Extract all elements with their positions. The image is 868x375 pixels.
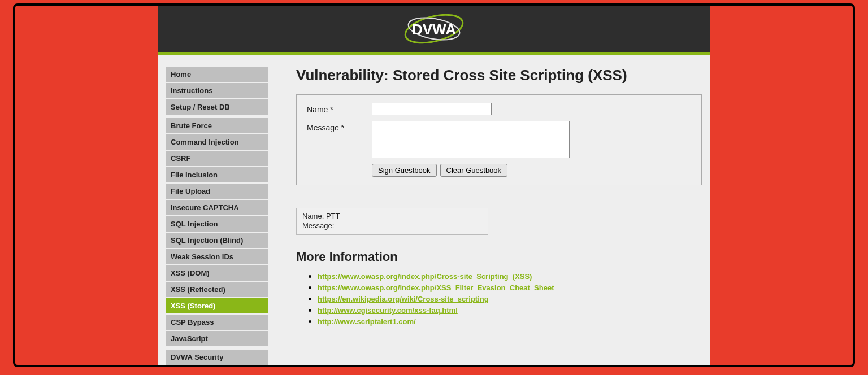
nav-xss-reflected[interactable]: XSS (Reflected) xyxy=(166,282,268,297)
link-item: http://www.scriptalert1.com/ xyxy=(318,316,702,326)
nav-weak-session-ids[interactable]: Weak Session IDs xyxy=(166,249,268,264)
sign-guestbook-button[interactable]: Sign Guestbook xyxy=(372,164,437,177)
app-container: DVWA HomeInstructionsSetup / Reset DBBru… xyxy=(158,6,710,365)
nav-csp-bypass[interactable]: CSP Bypass xyxy=(166,315,268,330)
external-link[interactable]: https://www.owasp.org/index.php/Cross-si… xyxy=(318,272,532,281)
entry-name-label: Name: xyxy=(302,212,324,220)
nav-xss-dom[interactable]: XSS (DOM) xyxy=(166,265,268,281)
nav-spacer xyxy=(166,116,268,117)
nav-dvwa-security[interactable]: DVWA Security xyxy=(166,350,268,365)
app-frame: DVWA HomeInstructionsSetup / Reset DBBru… xyxy=(13,3,855,367)
nav-spacer xyxy=(166,347,268,348)
nav-brute-force[interactable]: Brute Force xyxy=(166,118,268,133)
external-link[interactable]: http://www.cgisecurity.com/xss-faq.html xyxy=(318,306,458,315)
link-item: https://www.owasp.org/index.php/XSS_Filt… xyxy=(318,282,702,293)
guestbook-entry: Name: PTT Message: xyxy=(296,208,488,235)
entry-name-value: PTT xyxy=(326,212,340,220)
nav-home[interactable]: Home xyxy=(166,67,268,82)
nav-csrf[interactable]: CSRF xyxy=(166,151,268,166)
message-input[interactable] xyxy=(372,121,570,158)
entry-message-label: Message: xyxy=(302,221,334,230)
nav-file-upload[interactable]: File Upload xyxy=(166,184,268,199)
external-link[interactable]: https://en.wikipedia.org/wiki/Cross-site… xyxy=(318,295,489,303)
header: DVWA xyxy=(158,6,710,52)
body: HomeInstructionsSetup / Reset DBBrute Fo… xyxy=(158,55,710,365)
dvwa-logo-icon: DVWA xyxy=(400,13,468,45)
external-link[interactable]: http://www.scriptalert1.com/ xyxy=(318,317,416,326)
logo: DVWA xyxy=(400,13,468,45)
main-content: Vulnerability: Stored Cross Site Scripti… xyxy=(296,67,702,365)
nav-xss-stored[interactable]: XSS (Stored) xyxy=(166,298,268,313)
link-item: https://en.wikipedia.org/wiki/Cross-site… xyxy=(318,294,702,304)
nav-insecure-captcha[interactable]: Insecure CAPTCHA xyxy=(166,200,268,215)
more-info-links: https://www.owasp.org/index.php/Cross-si… xyxy=(318,271,702,326)
external-link[interactable]: https://www.owasp.org/index.php/XSS_Filt… xyxy=(318,284,554,292)
page-title: Vulnerability: Stored Cross Site Scripti… xyxy=(296,67,702,84)
link-item: http://www.cgisecurity.com/xss-faq.html xyxy=(318,305,702,315)
name-input[interactable] xyxy=(372,103,492,115)
link-item: https://www.owasp.org/index.php/Cross-si… xyxy=(318,271,702,281)
sidebar: HomeInstructionsSetup / Reset DBBrute Fo… xyxy=(166,67,268,365)
guestbook-form: Name * Message * Sign Guestbook Clear Gu… xyxy=(296,94,702,185)
svg-text:DVWA: DVWA xyxy=(412,21,456,38)
nav-file-inclusion[interactable]: File Inclusion xyxy=(166,167,268,182)
nav-sql-injection[interactable]: SQL Injection xyxy=(166,216,268,232)
message-label: Message * xyxy=(307,121,372,132)
nav-instructions[interactable]: Instructions xyxy=(166,83,268,98)
nav-sql-injection-blind[interactable]: SQL Injection (Blind) xyxy=(166,233,268,248)
name-label: Name * xyxy=(307,103,372,114)
more-info-heading: More Information xyxy=(296,250,702,264)
nav-setup[interactable]: Setup / Reset DB xyxy=(166,99,268,115)
nav-javascript[interactable]: JavaScript xyxy=(166,331,268,346)
nav-command-injection[interactable]: Command Injection xyxy=(166,134,268,150)
clear-guestbook-button[interactable]: Clear Guestbook xyxy=(440,164,508,177)
